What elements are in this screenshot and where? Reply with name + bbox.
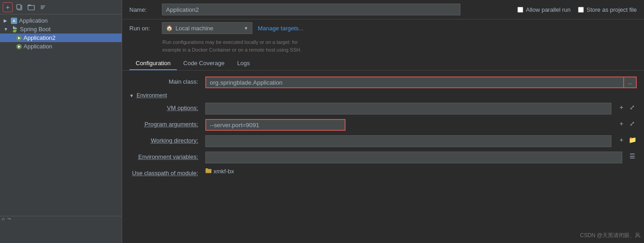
runon-label: Run on: [129,25,156,32]
name-label: Name: [129,6,156,13]
svg-rect-1 [17,5,21,9]
runon-value: Local machine [175,25,213,32]
program-args-expand-button[interactable]: + [617,119,626,128]
sidebar-item-spring-boot[interactable]: ▼ 🍃 Spring Boot [0,25,122,33]
home-icon: 🏠 [166,25,173,31]
working-dir-label: Working directory: [129,135,202,144]
environment-section-title: Environment [137,92,167,99]
sidebar: + ▶ A Application [0,0,122,243]
app-icon: A [11,18,17,24]
env-vars-row: Environment variables: ☰ [122,149,644,166]
environment-section-header[interactable]: ▼ Environment [122,91,644,100]
runon-dropdown[interactable]: 🏠 Local machine ▼ [162,22,252,34]
tab-configuration[interactable]: Configuration [129,57,177,70]
header-right: Allow parallel run Store as project file [517,6,637,13]
main-panel: Name: Allow parallel run Store as projec… [122,0,644,243]
sidebar-item-label: Spring Boot [20,26,51,33]
main-class-label: Main class: [129,76,202,85]
runon-row: Run on: 🏠 Local machine ▼ Manage targets… [122,19,644,37]
program-args-fullscreen-button[interactable]: ⤢ [628,119,637,128]
allow-parallel-checkbox-group[interactable]: Allow parallel run [517,6,571,13]
folder-button[interactable] [26,2,36,12]
main-class-input[interactable] [205,76,624,88]
vm-options-expand-button[interactable]: + [617,103,626,112]
classpath-label: Use classpath of module: [129,168,202,176]
classpath-value: xmkf-bx [213,168,234,175]
env-vars-actions: ☰ [626,152,637,161]
vm-options-label: VM options: [129,103,202,111]
vm-options-input[interactable] [205,103,611,114]
hint-line1: Run configurations may be executed local… [162,39,298,45]
sidebar-item-application2[interactable]: ▶ Application2 [0,33,122,42]
env-vars-input[interactable] [205,152,622,163]
sidebar-item-application[interactable]: ▶ Application [0,42,122,51]
section-expand-icon: ▼ [129,93,134,98]
tree-arrow [9,44,14,49]
env-vars-edit-button[interactable]: ☰ [628,152,637,161]
tabs-row: Configuration Code Coverage Logs [122,55,644,71]
hint-text: Run configurations may be executed local… [122,37,644,55]
store-project-checkbox[interactable] [578,7,584,13]
name-row: Name: Allow parallel run Store as projec… [122,0,644,19]
tree-arrow [9,35,14,40]
program-args-row: Program arguments: + ⤢ [122,117,644,133]
main-class-input-group: ... [205,76,637,88]
program-args-actions: + ⤢ [615,119,637,128]
working-dir-input[interactable] [205,135,611,147]
content-area: Main class: ... ▼ Environment VM options… [122,71,644,243]
app2-icon: ▶ [16,35,22,41]
sort-button[interactable] [38,2,48,12]
manage-targets-link[interactable]: Manage targets... [258,25,303,32]
app-icon: ▶ [16,44,22,49]
tree-arrow: ▼ [4,27,9,32]
watermark: CSDN @天黑请闭眼、风 [580,232,640,239]
env-vars-label: Environment variables: [129,152,202,160]
hint-line2: example in a Docker Container or on a re… [162,47,302,52]
allow-parallel-checkbox[interactable] [517,7,523,13]
working-dir-folder-button[interactable]: 📁 [628,135,637,144]
store-project-checkbox-group[interactable]: Store as project file [578,6,637,13]
main-class-browse-button[interactable]: ... [624,76,637,88]
vm-options-actions: + ⤢ [615,103,637,112]
vm-options-fullscreen-button[interactable]: ⤢ [628,103,637,112]
tab-code-coverage[interactable]: Code Coverage [177,57,231,70]
tree-arrow: ▶ [4,18,9,23]
sidebar-bottom-label2[interactable]: r [6,216,14,222]
store-project-label: Store as project file [587,6,637,13]
folder-icon [205,168,212,175]
classpath-row: Use classpath of module: xmkf-bx [122,166,644,180]
copy-button[interactable] [14,2,24,12]
sidebar-item-label: Application [19,17,48,24]
tab-logs[interactable]: Logs [231,57,256,70]
main-class-row: Main class: ... [122,74,644,91]
working-dir-actions: + 📁 [615,135,637,144]
name-input[interactable] [162,4,460,15]
program-args-label: Program arguments: [129,119,202,128]
allow-parallel-label: Allow parallel run [526,6,571,13]
program-args-input[interactable] [205,119,346,131]
vm-options-row: VM options: + ⤢ [122,100,644,117]
working-dir-add-button[interactable]: + [617,135,626,144]
sidebar-toolbar: + [0,0,122,14]
sidebar-item-label: Application2 [24,34,56,41]
add-button[interactable]: + [3,2,13,12]
classpath-value-group: xmkf-bx [205,168,234,175]
spring-icon: 🍃 [11,26,18,33]
sidebar-tree: ▶ A Application ▼ 🍃 Spring Boot ▶ Applic… [0,14,122,216]
dropdown-arrow-icon: ▼ [244,26,248,31]
working-dir-row: Working directory: + 📁 [122,133,644,149]
sidebar-item-label: Application [24,43,52,50]
sidebar-item-application-root[interactable]: ▶ A Application [0,16,122,25]
